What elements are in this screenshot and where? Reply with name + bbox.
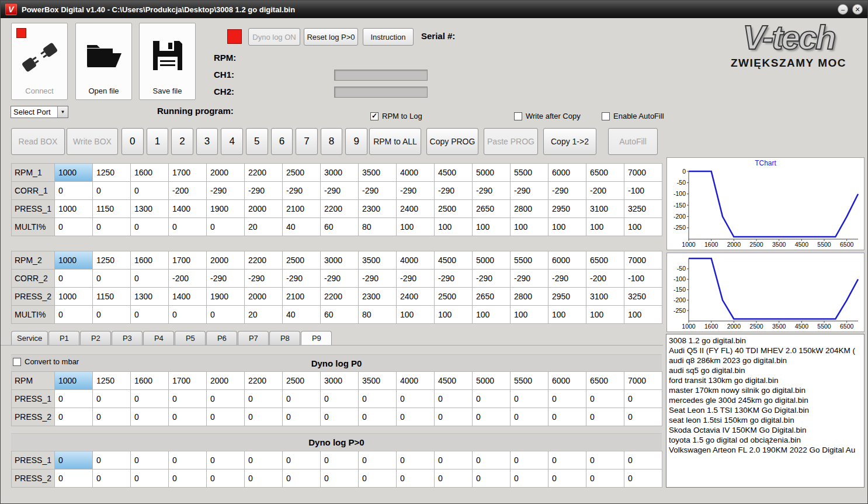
open-file-button[interactable]: Open file [75,23,132,100]
grid-cell[interactable]: 0 [245,451,283,470]
tab-p8[interactable]: P8 [269,331,300,346]
grid-cell[interactable]: 1000 [55,164,93,182]
grid-cell[interactable]: 2000 [207,372,245,390]
grid-cell[interactable]: -290 [473,270,511,288]
grid-cell[interactable]: 0 [55,470,93,488]
grid-cell[interactable]: 80 [359,306,397,324]
grid-cell[interactable]: 0 [169,218,207,236]
grid-cell[interactable]: 2000 [245,288,283,306]
grid-cell[interactable]: 0 [93,218,131,236]
grid-cell[interactable]: 1000 [55,200,93,218]
grid-cell[interactable]: 0 [473,408,511,426]
grid-cell[interactable]: 0 [435,451,473,470]
digit-button-6[interactable]: 6 [271,128,293,155]
grid-cell[interactable]: 2000 [207,251,245,270]
grid-cell[interactable]: 2950 [548,200,586,218]
grid-cell[interactable]: -290 [473,182,511,200]
grid-cell[interactable]: 2500 [283,372,321,390]
grid-cell[interactable]: 3000 [321,164,359,182]
grid-cell[interactable]: 5000 [473,164,511,182]
grid-cell[interactable]: 4000 [397,164,435,182]
grid-cell[interactable]: 5000 [473,372,511,390]
grid-cell[interactable]: 2500 [283,164,321,182]
grid-cell[interactable]: 1900 [207,200,245,218]
grid-cell[interactable]: 2100 [283,288,321,306]
grid-cell[interactable]: 0 [207,408,245,426]
grid-cell[interactable]: 20 [245,218,283,236]
grid-cell[interactable]: 0 [624,408,662,426]
grid-cell[interactable]: 0 [473,390,511,408]
grid-cell[interactable]: -200 [586,270,624,288]
grid-cell[interactable]: 100 [473,306,511,324]
grid-cell[interactable]: 0 [586,470,624,488]
grid-cell[interactable]: 3500 [359,164,397,182]
chevron-down-icon[interactable]: ▼ [57,106,68,118]
grid-cell[interactable]: -290 [245,182,283,200]
grid-cell[interactable]: 100 [511,218,548,236]
enable-autofill-checkbox[interactable]: ✓ [602,112,610,120]
grid-cell[interactable]: 7000 [624,251,662,270]
grid-cell[interactable]: 100 [435,218,473,236]
grid-cell[interactable]: 0 [245,408,283,426]
grid-cell[interactable]: 0 [207,470,245,488]
grid-cell[interactable]: 0 [283,451,321,470]
grid-cell[interactable]: 0 [93,270,131,288]
tab-p6[interactable]: P6 [206,331,237,346]
grid-cell[interactable]: 0 [283,470,321,488]
grid-cell[interactable]: 20 [245,306,283,324]
grid-cell[interactable]: 1250 [93,164,131,182]
grid-cell[interactable]: -290 [435,270,473,288]
digit-button-7[interactable]: 7 [296,128,318,155]
grid-cell[interactable]: 4500 [435,164,473,182]
tab-p5[interactable]: P5 [175,331,206,346]
grid-cell[interactable]: -290 [397,270,435,288]
grid-cell[interactable]: 1700 [169,251,207,270]
grid-cell[interactable]: 100 [548,306,586,324]
grid-cell[interactable]: 0 [321,390,359,408]
grid-cell[interactable]: -290 [548,182,586,200]
grid-cell[interactable]: 0 [131,182,169,200]
tab-p9[interactable]: P9 [301,331,332,346]
grid-cell[interactable]: 2200 [321,288,359,306]
grid-cell[interactable]: 0 [131,408,169,426]
grid-cell[interactable]: -290 [207,182,245,200]
grid-cell[interactable]: -200 [586,182,624,200]
grid-cell[interactable]: -290 [511,182,548,200]
grid-cell[interactable]: 40 [283,306,321,324]
grid-cell[interactable]: 6500 [586,251,624,270]
file-list-item[interactable]: Audi Q5 II (FY FL) 40 TDI MHEV 2.0 150kW… [669,346,862,355]
grid-cell[interactable]: 2500 [283,251,321,270]
grid-cell[interactable]: 3000 [321,372,359,390]
grid-cell[interactable]: 0 [55,451,93,470]
grid-cell[interactable]: 2200 [321,200,359,218]
grid-cell[interactable]: 100 [586,306,624,324]
grid-cell[interactable]: -290 [548,270,586,288]
grid-cell[interactable]: 0 [207,390,245,408]
grid-cell[interactable]: 3000 [321,251,359,270]
grid-cell[interactable]: 1900 [207,288,245,306]
grid-cell[interactable]: 4500 [435,372,473,390]
grid-cell[interactable]: 0 [93,451,131,470]
write-after-copy-checkbox[interactable]: ✓ [514,112,522,120]
grid-cell[interactable]: 4000 [397,372,435,390]
grid-cell[interactable]: 0 [397,470,435,488]
grid-cell[interactable]: 0 [245,470,283,488]
tab-p2[interactable]: P2 [80,331,111,346]
grid-cell[interactable]: 0 [55,270,93,288]
grid-cell[interactable]: 0 [245,390,283,408]
grid-cell[interactable]: 0 [397,451,435,470]
tab-p1[interactable]: P1 [48,331,79,346]
instruction-button[interactable]: Instruction [363,28,414,46]
grid-cell[interactable]: 0 [93,306,131,324]
file-list-item[interactable]: seat leon 1.5tsi 150km go digital.bin [669,415,862,425]
grid-cell[interactable]: 1250 [93,251,131,270]
grid-cell[interactable]: -290 [283,182,321,200]
grid-cell[interactable]: 0 [283,408,321,426]
grid-cell[interactable]: 5500 [511,251,548,270]
grid-cell[interactable]: 4000 [397,251,435,270]
grid-cell[interactable]: 100 [624,306,662,324]
grid-cell[interactable]: 100 [435,306,473,324]
grid-cell[interactable]: -100 [624,182,662,200]
grid-cell[interactable]: -290 [435,182,473,200]
grid-cell[interactable]: -290 [397,182,435,200]
